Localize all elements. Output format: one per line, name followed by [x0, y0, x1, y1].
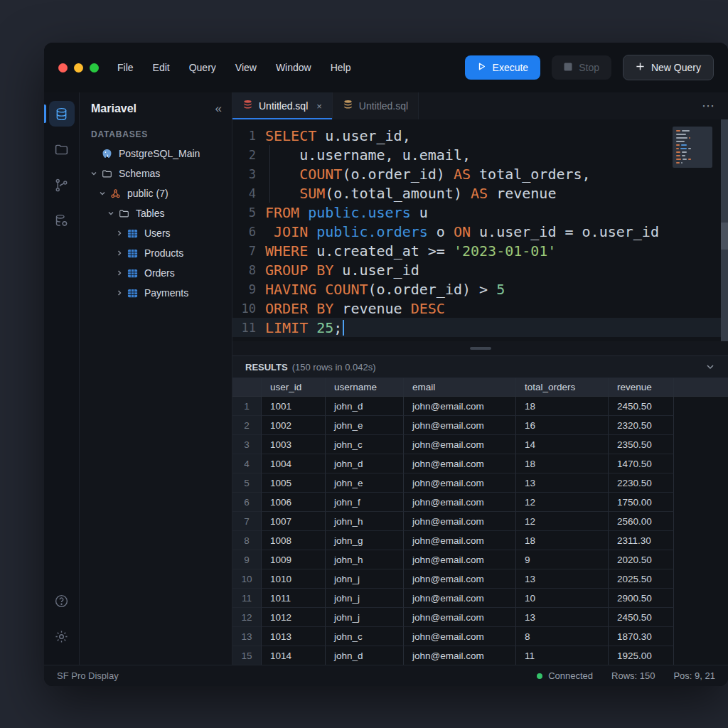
cell-email[interactable]: john@email.com	[404, 454, 516, 473]
drag-handle[interactable]	[470, 347, 491, 350]
editor-scrollbar-thumb[interactable]	[721, 223, 728, 250]
table-row[interactable]: 151014john_djohn@email.com111925.00	[232, 646, 728, 665]
menu-edit[interactable]: Edit	[153, 62, 170, 73]
cell-username[interactable]: john_e	[326, 473, 404, 493]
cell-email[interactable]: john@email.com	[404, 435, 516, 454]
cell-username[interactable]: john_j	[326, 569, 404, 589]
cell-user_id[interactable]: 1014	[262, 646, 326, 665]
tabbar-more-icon[interactable]: ⋯	[689, 92, 728, 119]
cell-username[interactable]: john_g	[326, 531, 404, 550]
help-icon[interactable]	[49, 588, 75, 614]
table-row[interactable]: 21002john_ejohn@email.com162320.50	[232, 416, 728, 435]
cell-user_id[interactable]: 1013	[262, 627, 326, 646]
cell-email[interactable]: john@email.com	[404, 416, 516, 435]
cell-total_orders[interactable]: 11	[516, 646, 609, 665]
rail-database-settings-icon[interactable]	[49, 208, 75, 233]
cell-username[interactable]: john_j	[326, 608, 404, 627]
cell-revenue[interactable]: 1870.30	[609, 627, 674, 646]
cell-user_id[interactable]: 1012	[262, 608, 326, 627]
rail-folder-icon[interactable]	[49, 136, 75, 162]
cell-total_orders[interactable]: 12	[516, 493, 609, 512]
column-header-user_id[interactable]: user_id	[262, 378, 326, 397]
cell-total_orders[interactable]: 13	[516, 569, 609, 589]
code-line-1[interactable]: 1SELECT u.user_id,	[232, 126, 728, 145]
cell-total_orders[interactable]: 13	[516, 608, 609, 627]
cell-user_id[interactable]: 1007	[262, 512, 326, 531]
cell-revenue[interactable]: 2311.30	[609, 531, 674, 550]
cell-total_orders[interactable]: 8	[516, 627, 609, 646]
code-line-3[interactable]: 3 COUNT(o.order_id) AS total_orders,	[232, 164, 728, 183]
cell-user_id[interactable]: 1011	[262, 589, 326, 608]
code-line-6[interactable]: 6 JOIN public.orders o ON u.user_id = o.…	[232, 222, 728, 241]
execute-button[interactable]: Execute	[465, 55, 541, 80]
cell-revenue[interactable]: 2560.00	[609, 512, 674, 531]
cell-email[interactable]: john@email.com	[404, 550, 516, 569]
cell-revenue[interactable]: 1750.00	[609, 493, 674, 512]
results-resize-divider[interactable]	[232, 341, 728, 355]
cell-revenue[interactable]: 1470.50	[609, 454, 674, 473]
menu-window[interactable]: Window	[276, 62, 311, 73]
editor-scrollbar[interactable]	[721, 119, 728, 341]
zoom-window-button[interactable]	[90, 63, 99, 73]
cell-username[interactable]: john_h	[326, 512, 404, 531]
cell-email[interactable]: john@email.com	[404, 627, 516, 646]
new-query-button[interactable]: New Query	[623, 55, 714, 80]
column-header-username[interactable]: username	[326, 378, 404, 397]
cell-user_id[interactable]: 1003	[262, 435, 326, 454]
table-row[interactable]: 71007john_hjohn@email.com122560.00	[232, 512, 728, 531]
cell-user_id[interactable]: 1004	[262, 454, 326, 473]
close-window-button[interactable]	[58, 63, 68, 73]
code-line-11[interactable]: 11LIMIT 25;	[232, 318, 728, 337]
code-line-5[interactable]: 5FROM public.users u	[232, 203, 728, 222]
tree-item-schemas[interactable]: Schemas	[80, 164, 232, 183]
cell-username[interactable]: john_d	[326, 454, 404, 473]
cell-total_orders[interactable]: 12	[516, 512, 609, 531]
code-line-8[interactable]: 8GROUP BY u.user_id	[232, 260, 728, 279]
cell-revenue[interactable]: 2450.50	[609, 397, 674, 416]
cell-total_orders[interactable]: 18	[516, 531, 609, 550]
cell-email[interactable]: john@email.com	[404, 589, 516, 608]
tree-item-postgresql-main[interactable]: PostgreSQL_Main	[80, 144, 232, 164]
cell-user_id[interactable]: 1002	[262, 416, 326, 435]
sql-editor[interactable]: 1SELECT u.user_id,2 u.username, u.email,…	[232, 119, 728, 341]
tab-2[interactable]: Untitled.sql	[333, 92, 419, 119]
chevron-right-icon[interactable]	[114, 269, 125, 277]
cell-revenue[interactable]: 2230.50	[609, 473, 674, 493]
cell-revenue[interactable]: 1925.00	[609, 646, 674, 665]
tab-1-active[interactable]: Untitled.sql×	[232, 92, 333, 119]
cell-total_orders[interactable]: 9	[516, 550, 609, 569]
code-line-7[interactable]: 7WHERE u.created_at >= '2023-01-01'	[232, 241, 728, 260]
table-row[interactable]: 81008john_gjohn@email.com182311.30	[232, 531, 728, 550]
cell-email[interactable]: john@email.com	[404, 493, 516, 512]
cell-total_orders[interactable]: 14	[516, 435, 609, 454]
minimize-window-button[interactable]	[74, 63, 83, 73]
code-line-9[interactable]: 9HAVING COUNT(o.order_id) > 5	[232, 279, 728, 299]
settings-gear-icon[interactable]	[49, 623, 75, 649]
cell-revenue[interactable]: 2320.50	[609, 416, 674, 435]
cell-username[interactable]: john_h	[326, 550, 404, 569]
cell-user_id[interactable]: 1010	[262, 569, 326, 589]
cell-user_id[interactable]: 1008	[262, 531, 326, 550]
column-header-revenue[interactable]: revenue	[609, 378, 674, 397]
menu-query[interactable]: Query	[189, 62, 216, 73]
menu-file[interactable]: File	[117, 62, 134, 73]
cell-revenue[interactable]: 2020.50	[609, 550, 674, 569]
chevron-down-icon[interactable]	[88, 170, 100, 177]
cell-email[interactable]: john@email.com	[404, 646, 516, 665]
tree-item-public-7-[interactable]: public (7)	[80, 183, 232, 203]
table-row[interactable]: 91009john_hjohn@email.com92020.50	[232, 550, 728, 569]
table-row[interactable]: 11001john_djohn@email.com182450.50	[232, 397, 728, 416]
results-collapse-chevron-icon[interactable]	[705, 362, 715, 372]
table-row[interactable]: 121012john_jjohn@email.com132450.50	[232, 608, 728, 627]
cell-email[interactable]: john@email.com	[404, 569, 516, 589]
table-row[interactable]: 41004john_djohn@email.com181470.50	[232, 454, 728, 473]
cell-user_id[interactable]: 1009	[262, 550, 326, 569]
table-row[interactable]: 111011john_jjohn@email.com102900.50	[232, 589, 728, 608]
sidebar-collapse-icon[interactable]: «	[215, 102, 220, 116]
table-row[interactable]: 131013john_cjohn@email.com81870.30	[232, 627, 728, 646]
chevron-right-icon[interactable]	[114, 289, 125, 296]
code-line-10[interactable]: 10ORDER BY revenue DESC	[232, 299, 728, 318]
tab-close-icon[interactable]: ×	[316, 101, 322, 112]
tree-item-payments[interactable]: Payments	[80, 283, 232, 303]
table-row[interactable]: 31003john_cjohn@email.com142350.50	[232, 435, 728, 454]
